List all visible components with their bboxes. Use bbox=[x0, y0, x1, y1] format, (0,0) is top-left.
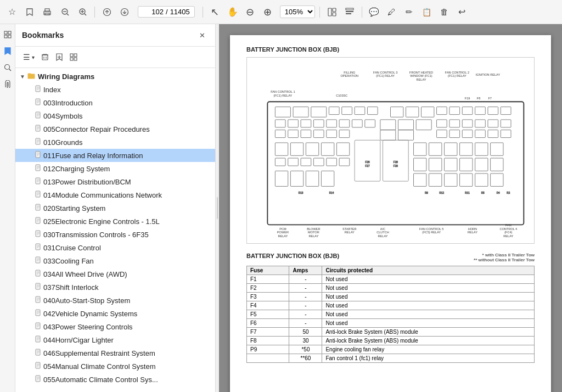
bjb-table-title: BATTERY JUNCTION BOX (BJB) * with Class … bbox=[246, 253, 535, 262]
bookmark-item-034awd[interactable]: 034All Wheel Drive (AWD) bbox=[15, 267, 215, 281]
bookmark-item-index[interactable]: Index bbox=[15, 83, 215, 96]
download-button[interactable] bbox=[117, 4, 132, 20]
bookmark-item-010grounds[interactable]: 010Grounds bbox=[15, 136, 215, 149]
comment-button[interactable]: 💬 bbox=[367, 4, 382, 20]
bookmark-panel-button[interactable] bbox=[2, 45, 14, 57]
circuit-cell: Not used bbox=[322, 310, 535, 319]
zoom-out-small-button[interactable] bbox=[57, 4, 72, 20]
sep3 bbox=[319, 7, 320, 18]
svg-text:FILLING: FILLING bbox=[344, 71, 355, 74]
bookmark-item-003introduction[interactable]: 003Introduction bbox=[15, 96, 215, 109]
bookmark-item-030transmission[interactable]: 030Transmission Controls - 6F35 bbox=[15, 228, 215, 241]
page-icon bbox=[35, 296, 41, 305]
svg-rect-95 bbox=[36, 283, 40, 289]
bookmark-item-011fuse[interactable]: 011Fuse and Relay Information bbox=[15, 149, 215, 162]
search-panel-button[interactable] bbox=[2, 61, 14, 74]
bookmark-item-043power-steering[interactable]: 043Power Steering Controls bbox=[15, 320, 215, 333]
bookmark-item-042vehicle[interactable]: 042Vehicle Dynamic Systems bbox=[15, 307, 215, 320]
zoom-out-button[interactable]: ⊖ bbox=[243, 4, 258, 20]
bookmark-view-toggle[interactable]: ☰ ▾ bbox=[21, 50, 37, 64]
bookmark-item-wiring-diagrams[interactable]: ▼ Wiring Diagrams bbox=[15, 70, 215, 83]
main-area: Bookmarks ✕ ☰ ▾ ▼ bbox=[0, 24, 562, 392]
zoom-select[interactable]: 105% 50% 75% 100% 125% 150% 200% bbox=[280, 5, 315, 18]
upload-button[interactable] bbox=[99, 4, 115, 20]
bookmark-item-037shift[interactable]: 037Shift Interlock bbox=[15, 281, 215, 294]
bookmark-item-025electronic[interactable]: 025Electronic Engine Controls - 1.5L bbox=[15, 215, 215, 228]
bookmark-label: 011Fuse and Relay Information bbox=[43, 152, 143, 160]
zoom-in-button[interactable]: ⊕ bbox=[260, 4, 276, 20]
bookmark-label: 014Module Communications Network bbox=[43, 191, 162, 199]
bookmark-item-014module[interactable]: 014Module Communications Network bbox=[15, 188, 215, 201]
expand-all-button[interactable] bbox=[68, 50, 80, 64]
page-icon bbox=[35, 375, 41, 384]
svg-text:(FC1) RELAY: (FC1) RELAY bbox=[273, 94, 292, 97]
table-row: F5 - Not used bbox=[247, 310, 535, 319]
zoom-in-small-button[interactable] bbox=[75, 4, 90, 20]
bookmark-label: 010Grounds bbox=[43, 138, 83, 147]
table-row: F1 - Not used bbox=[247, 275, 535, 284]
bjb-diagram-title: BATTERY JUNCTION BOX (BJB) bbox=[246, 46, 535, 53]
svg-rect-87 bbox=[36, 257, 40, 263]
page-icon bbox=[35, 164, 41, 173]
svg-rect-23 bbox=[8, 35, 11, 38]
new-bookmark-button[interactable] bbox=[53, 50, 65, 64]
svg-text:F28: F28 bbox=[394, 161, 398, 164]
attachment-panel-button[interactable] bbox=[2, 78, 14, 90]
bookmark-item-046supplemental[interactable]: 046Supplemental Restraint System bbox=[15, 346, 215, 360]
page-icon bbox=[35, 243, 41, 252]
page-icon bbox=[35, 230, 41, 239]
svg-text:FAN CONTROL 1: FAN CONTROL 1 bbox=[271, 90, 295, 93]
draw-button[interactable]: ✏ bbox=[402, 4, 417, 20]
bookmark-label: 031Cruise Control bbox=[43, 244, 101, 252]
bookmark-label: 055Automatic Climate Control Sys... bbox=[43, 376, 158, 384]
fuse-cell: F8 bbox=[247, 337, 289, 345]
bookmark-label: 005Connector Repair Procedures bbox=[43, 125, 150, 133]
close-bookmark-panel[interactable]: ✕ bbox=[195, 29, 209, 42]
bookmark-header-actions: ✕ bbox=[195, 29, 209, 42]
thumbnail-panel-button[interactable] bbox=[2, 29, 14, 41]
bookmark-item-040auto[interactable]: 040Auto-Start-Stop System bbox=[15, 294, 215, 307]
cursor-tool-button[interactable]: ↖ bbox=[207, 4, 223, 20]
bookmark-item-033cooling[interactable]: 033Cooling Fan bbox=[15, 254, 215, 267]
circuit-cell: Engine cooling fan relay bbox=[322, 345, 535, 354]
print-button[interactable] bbox=[40, 4, 55, 20]
bookmark-label: 013Power Distribution/BCM bbox=[43, 178, 131, 186]
delete-button[interactable]: 🗑 bbox=[437, 4, 452, 20]
bookmark-item-031cruise[interactable]: 031Cruise Control bbox=[15, 241, 215, 254]
bookmark-toolbar: ☰ ▾ bbox=[15, 47, 215, 68]
svg-rect-111 bbox=[36, 336, 40, 342]
page-icon bbox=[35, 138, 41, 147]
layout-button[interactable] bbox=[324, 4, 340, 20]
svg-rect-2 bbox=[45, 13, 49, 15]
bookmark-item-004symbols[interactable]: 004Symbols bbox=[15, 109, 215, 122]
pan-tool-button[interactable]: ✋ bbox=[225, 4, 240, 20]
svg-rect-20 bbox=[4, 31, 7, 34]
bookmark-item-013power[interactable]: 013Power Distribution/BCM bbox=[15, 175, 215, 188]
bookmark-item-054manual[interactable]: 054Manual Climate Control System bbox=[15, 360, 215, 373]
bookmark-item-055auto[interactable]: 055Automatic Climate Control Sys... bbox=[15, 373, 215, 386]
fuse-cell: F2 bbox=[247, 284, 289, 293]
page-icon bbox=[35, 309, 41, 318]
text-select-button[interactable] bbox=[342, 4, 357, 20]
svg-text:R14: R14 bbox=[329, 192, 334, 194]
svg-text:HORN: HORN bbox=[468, 227, 477, 231]
highlight-button[interactable]: 🖊 bbox=[384, 4, 400, 20]
add-bookmark-button[interactable] bbox=[22, 4, 37, 20]
stamp-button[interactable]: 📋 bbox=[419, 4, 435, 20]
svg-text:F26: F26 bbox=[365, 161, 369, 164]
fuse-cell: F6 bbox=[247, 319, 289, 328]
star-button[interactable]: ☆ bbox=[4, 4, 20, 20]
table-header-row: Fuse Amps Circuits protected bbox=[247, 266, 535, 275]
bookmark-item-020starting[interactable]: 020Starting System bbox=[15, 201, 215, 215]
delete-bookmark-button[interactable] bbox=[39, 50, 51, 64]
bookmark-item-012charging[interactable]: 012Charging System bbox=[15, 162, 215, 175]
bookmark-item-005connector[interactable]: 005Connector Repair Procedures bbox=[15, 122, 215, 136]
page-input[interactable]: 102 bbox=[143, 8, 164, 16]
svg-rect-55 bbox=[36, 152, 40, 158]
svg-rect-34 bbox=[74, 58, 77, 60]
undo-button[interactable]: ↩ bbox=[454, 4, 470, 20]
list-icon: ☰ bbox=[23, 53, 30, 61]
bookmark-item-044horn[interactable]: 044Horn/Cigar Lighter bbox=[15, 333, 215, 346]
svg-text:FAN: FAN bbox=[505, 223, 512, 227]
bookmark-label: 054Manual Climate Control System bbox=[43, 362, 155, 371]
